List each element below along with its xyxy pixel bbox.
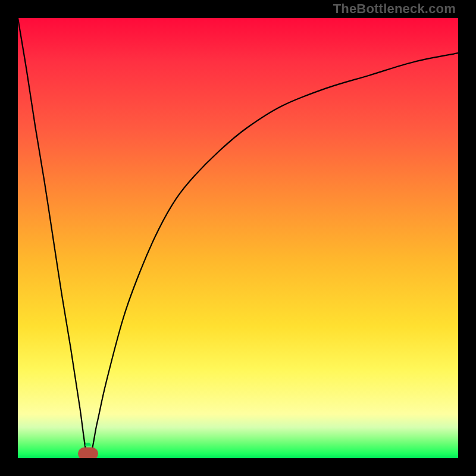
plot-area: [18, 18, 458, 458]
bottleneck-curve: [18, 18, 458, 458]
watermark-label: TheBottleneck.com: [333, 1, 456, 17]
curve-layer: [18, 18, 458, 458]
min-point-marker: [78, 447, 98, 458]
chart-canvas: TheBottleneck.com: [0, 0, 476, 476]
